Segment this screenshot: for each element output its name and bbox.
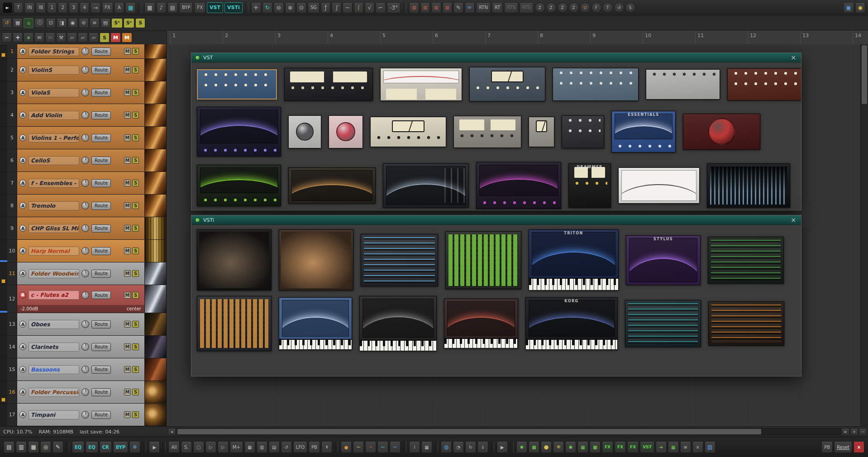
route-button[interactable]: Route (91, 291, 111, 299)
plugin-mini-vu-meter[interactable] (529, 117, 554, 147)
mute-button[interactable]: M (124, 180, 131, 186)
wave-yellow-icon[interactable]: ~ (353, 441, 364, 453)
item-table-icon[interactable]: ▦ (421, 441, 432, 453)
mute-button[interactable]: M (124, 292, 131, 299)
route-button[interactable]: Route (91, 89, 111, 97)
pan-knob[interactable] (81, 134, 89, 142)
track-name[interactable]: CHP Gliss SL Min_K (29, 224, 79, 233)
zoom-z-vertical-icon[interactable]: Z (546, 3, 556, 13)
freeze-icon[interactable]: ❄ (129, 441, 140, 453)
solo-button[interactable]: S (132, 48, 139, 55)
record-arm-button[interactable]: A (19, 157, 26, 164)
plugin-gray-big-knob[interactable] (288, 115, 321, 148)
pb-button[interactable]: PB (309, 441, 320, 453)
pan-knob[interactable] (81, 224, 89, 232)
plugin-violet-eq-curve[interactable] (476, 162, 561, 209)
envelope-curve-6-icon[interactable]: ⌐ (376, 2, 386, 13)
ruler-mark[interactable]: 10 (643, 31, 695, 44)
loop-toggle-icon[interactable]: ↻ (262, 2, 272, 13)
track-name[interactable]: Clarinets (29, 343, 79, 352)
hzoom-in-button[interactable]: + (850, 428, 858, 435)
record-arm-button[interactable]: A (19, 89, 26, 96)
track-row[interactable]: 4AAdd ViolinRouteMS (0, 104, 166, 127)
mouse-mod-2-button[interactable]: 2 (58, 2, 67, 13)
solo-button[interactable]: S (132, 321, 139, 328)
plugin-red-big-knob[interactable] (683, 114, 760, 150)
route-button[interactable]: Route (91, 111, 111, 119)
ruler-mark[interactable]: 7 (485, 31, 538, 44)
wave-blue-icon[interactable]: ~ (390, 441, 401, 453)
instrument-sylenth-synth[interactable] (279, 297, 352, 350)
mute-button[interactable]: M (124, 112, 131, 119)
comment-bubble-icon[interactable]: ✉ (34, 33, 44, 43)
close-icon[interactable]: × (789, 216, 797, 224)
instrument-teal-sampler[interactable] (625, 300, 701, 347)
track-name[interactable]: CelloS (29, 156, 79, 165)
fx-chain-1-button[interactable]: FX (602, 441, 613, 453)
horizontal-scrollbar-handle[interactable] (177, 429, 761, 434)
fx-button[interactable]: FX (102, 2, 113, 13)
plugin-white-eq-curve[interactable] (618, 167, 700, 204)
plugin-maroon-knob-panel[interactable] (727, 68, 801, 100)
lock-icon[interactable]: ⊡ (46, 18, 56, 28)
track-name[interactable]: Timpani (29, 410, 79, 419)
ruler-mark[interactable]: 9 (590, 31, 643, 44)
plugin-vintage-gray-compressor[interactable] (453, 116, 521, 148)
track-row[interactable]: 1AFolder StringsRouteMS (0, 44, 166, 59)
record-arm-button[interactable]: A (19, 225, 26, 232)
advance-icon[interactable]: → (91, 2, 100, 13)
mute-all-badge[interactable]: M (110, 33, 121, 43)
solo-button[interactable]: S (132, 343, 139, 350)
grid-toggle-icon[interactable]: ▦ (125, 2, 136, 13)
instrument-dark-red-synth[interactable] (444, 299, 518, 348)
mute-button[interactable]: M (124, 270, 131, 277)
play-2-icon[interactable]: ▶ (497, 441, 508, 453)
plugin-blue-tube-compressor[interactable] (197, 69, 277, 100)
solo-button[interactable]: S (132, 134, 139, 141)
group-stripe-4-icon[interactable]: ▥ (443, 2, 452, 13)
screenset-icon[interactable]: ▣ (843, 2, 854, 13)
mouse-mod-1-button[interactable]: 1 (47, 2, 57, 13)
mouse-mod-4-button[interactable]: 4 (80, 2, 89, 13)
track-name[interactable]: Add Violin (29, 111, 79, 120)
route-button[interactable]: Route (91, 247, 111, 255)
zoom-z-horizontal-icon[interactable]: Z (535, 3, 545, 13)
track-row[interactable]: 10AHarp NormalRouteMS (0, 240, 166, 262)
folder-marker[interactable] (1, 398, 5, 402)
pan-knob[interactable] (81, 48, 89, 55)
automation-a-button[interactable]: A (114, 2, 124, 13)
web-browser-icon[interactable]: ◍ (441, 441, 452, 453)
ruler-mark[interactable]: 4 (328, 31, 380, 44)
show-all-icon[interactable]: ◉ (68, 18, 78, 28)
hzoom-out-button[interactable]: − (859, 428, 867, 435)
vertical-scrollbar[interactable] (860, 44, 868, 426)
mute-button[interactable]: M (124, 366, 131, 373)
instrument-dark-sampler[interactable] (361, 234, 438, 286)
route-arrow-icon[interactable]: ➔ (656, 441, 667, 453)
mod-sun-icon[interactable]: ✳ (553, 441, 564, 453)
scroll-left-button[interactable]: ◂ (168, 428, 176, 435)
pan-knob[interactable] (81, 66, 89, 74)
freeze-f-icon[interactable]: F (591, 3, 601, 13)
pan-knob[interactable] (81, 388, 89, 396)
scroll-right-button[interactable]: ▸ (842, 428, 849, 435)
crossfade-icon[interactable]: × (692, 441, 703, 453)
envelope-curve-4-icon[interactable]: ʃ (354, 2, 363, 13)
zoom-z-project-icon[interactable]: Z (558, 3, 568, 13)
wave-red-icon[interactable]: ~ (365, 441, 376, 453)
track-name[interactable]: Bassoons (29, 365, 79, 374)
route-button[interactable]: Route (91, 411, 111, 419)
group-stripe-3-icon[interactable]: ▥ (431, 2, 441, 13)
track-row[interactable]: 13AOboesRouteMS (0, 313, 166, 336)
record-arm-button[interactable]: A (19, 180, 26, 186)
midi-editor-icon[interactable]: ▤ (4, 441, 14, 453)
route-button[interactable]: Route (91, 48, 111, 56)
panel-close-button[interactable]: × (854, 441, 864, 453)
play-cursor-icon[interactable]: ▶ (149, 441, 160, 453)
link-icon[interactable]: ◨ (57, 18, 67, 28)
record-arm-button[interactable]: A (19, 411, 26, 418)
routing-matrix-icon[interactable]: ≡ (90, 18, 100, 28)
m-plus-button[interactable]: M+ (230, 441, 243, 453)
plugin-black-dual-vu-compressor[interactable] (284, 68, 373, 101)
pan-knob[interactable] (81, 411, 89, 419)
